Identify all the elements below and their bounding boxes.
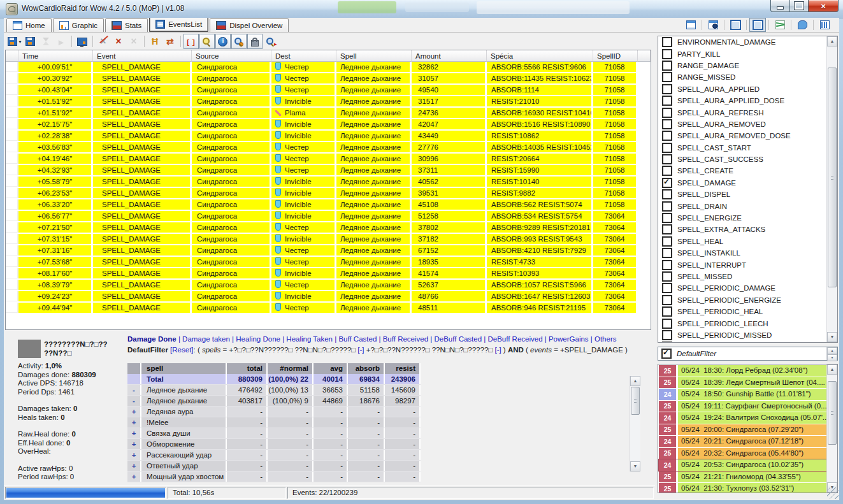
save-button[interactable]: ▼ [7, 34, 23, 49]
event-type-scrollbar[interactable]: ▲ ▼ [826, 36, 837, 342]
spinner-up-button[interactable]: ▲ [827, 347, 837, 354]
checkbox-icon[interactable] [662, 37, 672, 47]
spell-row[interactable]: +Рассекающий удар----- [127, 450, 421, 461]
info-button[interactable] [215, 34, 231, 49]
encounter-scrollbar[interactable]: ▲ ▼ [826, 364, 837, 493]
breakdown-link[interactable]: Buff Received [383, 335, 428, 343]
spell-column-header-expand[interactable] [127, 363, 141, 374]
table-row[interactable]: +01.51'92"SPELL_DAMAGEСиндрагосаPlamaЛед… [6, 108, 651, 119]
event-type-item[interactable]: SPELL_AURA_REMOVED_DOSE [658, 130, 837, 141]
event-type-item[interactable]: SPELL_EXTRA_ATTACKS [658, 224, 837, 235]
breakdown-link[interactable]: DeBuff Casted [434, 335, 482, 343]
breakdown-link[interactable]: PowerGains [549, 335, 589, 343]
table-row[interactable]: +07.53'68"SPELL_DAMAGEСиндрагосаЧестерЛе… [6, 257, 651, 268]
panel-view-button[interactable] [727, 18, 744, 32]
event-type-item[interactable]: SPELL_PERIODIC_DAMAGE [658, 282, 837, 294]
event-type-item[interactable]: SPELL_AURA_APPLIED_DOSE [658, 95, 837, 106]
spell-column-header-total[interactable]: total [227, 363, 268, 374]
resize-grip[interactable] [827, 487, 839, 499]
event-type-item[interactable]: SPELL_PERIODIC_MISSED [658, 329, 837, 341]
title-bar[interactable]: WowCardioRaid for Wow 4.2 / 5.0 (MoP) | … [0, 0, 843, 18]
checkbox-icon[interactable] [662, 119, 672, 129]
table-row[interactable]: +00.43'04"SPELL_DAMAGEСиндрагосаЧестерЛе… [6, 85, 651, 96]
comment-balloon-button[interactable] [794, 18, 811, 32]
column-header-Dest[interactable]: Dest [271, 50, 336, 62]
breakdown-link[interactable]: Healing Done [236, 335, 280, 343]
expand-toggle[interactable]: + [127, 450, 141, 460]
save-as-button[interactable] [23, 34, 38, 49]
spell-row[interactable]: +Ледяная аура----- [127, 407, 421, 417]
event-type-item[interactable]: SPELL_ENERGIZE [658, 212, 837, 224]
table-row[interactable]: +06.23'53"SPELL_DAMAGEСиндрагосаInvicibl… [6, 188, 651, 199]
breakdown-link[interactable]: Damage taken [182, 335, 230, 343]
column-header-Event[interactable]: Event [93, 50, 192, 62]
scroll-thumb[interactable] [828, 68, 837, 287]
spinner-down-button[interactable]: ▼ [827, 354, 837, 361]
tab-graphic[interactable]: Graphic [53, 18, 104, 32]
scroll-down-button[interactable]: ▼ [827, 332, 837, 342]
encounter-item[interactable]: 2505/24 21:30: Тухлопуз (03.52'31") [659, 483, 826, 493]
event-type-item[interactable]: SPELL_PERIODIC_LEECH [658, 317, 837, 329]
spell-row[interactable]: -Ледяное дыхание403817(100,0%) 944869186… [127, 396, 421, 407]
event-type-item[interactable]: ENVIRONMENTAL_DAMAGE [658, 36, 837, 48]
event-type-item[interactable]: SPELL_CAST_SUCCESS [658, 154, 837, 165]
table-row[interactable]: +06.33'20"SPELL_DAMAGEСиндрагосаInvicibl… [6, 199, 651, 211]
zoom-button[interactable] [199, 34, 215, 49]
event-type-item[interactable]: SPELL_PERIODIC_ENERGIZE [658, 294, 837, 306]
filter-checkbox[interactable] [661, 349, 672, 359]
scroll-thumb[interactable] [828, 381, 837, 445]
checkbox-icon[interactable] [662, 72, 672, 82]
checkbox-icon[interactable] [662, 236, 672, 247]
eventslist-panel-button[interactable] [749, 18, 766, 32]
table-row[interactable]: +01.51'92"SPELL_DAMAGEСиндрагосаInvicibl… [6, 96, 651, 108]
encounter-item[interactable]: 2405/24 20:53: Синдрагоса (10.02'35") [659, 459, 826, 471]
expand-toggle[interactable]: + [127, 461, 141, 471]
checkbox-icon[interactable] [662, 154, 672, 164]
column-header-SpellID[interactable]: SpellID [593, 50, 638, 62]
spell-column-header-resist[interactable]: resist [385, 363, 421, 374]
encounter-item[interactable]: 2505/24 18:30: Лорд Ребрад (02.34'08") [659, 365, 826, 377]
column-header-Time[interactable]: Time [18, 50, 93, 62]
event-type-item[interactable]: RANGE_DAMAGE [658, 60, 837, 71]
checkbox-icon[interactable] [662, 295, 672, 305]
graph-curves-button[interactable] [772, 18, 788, 32]
spell-row[interactable]: +!Melee----- [127, 417, 421, 428]
table-row[interactable]: +06.56'77"SPELL_DAMAGEСиндрагосаInvicibl… [6, 211, 651, 222]
event-type-item[interactable]: SPELL_DRAIN [658, 200, 837, 212]
maximize-button[interactable] [790, 0, 808, 12]
table-row[interactable]: +02.15'75"SPELL_DAMAGEСиндрагосаInvicibl… [6, 119, 651, 131]
checkbox-icon[interactable] [662, 201, 672, 212]
expand-toggle[interactable]: + [127, 407, 141, 417]
zoom-settings-button[interactable] [231, 34, 247, 49]
scroll-thumb[interactable] [631, 387, 640, 415]
checkbox-icon[interactable] [662, 213, 672, 223]
spell-column-header-avg[interactable]: avg [313, 363, 348, 374]
filter-link[interactable]: [-] [357, 346, 364, 354]
scroll-up-button[interactable]: ▲ [630, 376, 640, 386]
join-columns-button[interactable] [147, 34, 162, 49]
scroll-up-button[interactable]: ▲ [827, 364, 837, 375]
checkbox-icon[interactable] [662, 248, 672, 258]
event-type-item[interactable]: SPELL_AURA_APPLIED [658, 83, 837, 95]
checkbox-icon[interactable] [662, 166, 672, 176]
table-row[interactable]: +07.21'50"SPELL_DAMAGEСиндрагосаЧестерЛе… [6, 222, 651, 234]
table-row[interactable]: +05.58'79"SPELL_DAMAGEСиндрагосаInvicibl… [6, 176, 651, 188]
column-header-Source[interactable]: Source [192, 50, 271, 62]
summary-table-button[interactable] [682, 18, 699, 32]
expand-toggle[interactable]: + [127, 472, 141, 482]
table-row[interactable]: +02.28'38"SPELL_DAMAGEСиндрагосаInvicibl… [6, 131, 651, 142]
filter-link[interactable]: [-] [494, 346, 501, 354]
table-row[interactable]: +09.44'94"SPELL_DAMAGEСиндрагосаЧестерЛе… [6, 303, 651, 314]
tab-home[interactable]: Home [6, 18, 52, 32]
event-type-item[interactable]: SPELL_DAMAGE [658, 177, 837, 189]
table-row[interactable]: +00.09'51"SPELL_DAMAGEСиндрагосаЧестерЛе… [6, 62, 651, 73]
event-type-item[interactable]: SPELL_DISPEL [658, 189, 837, 200]
checkbox-icon[interactable] [662, 189, 672, 199]
scroll-up-button[interactable]: ▲ [827, 36, 837, 47]
event-type-item[interactable]: SPELL_AURA_REMOVED [658, 119, 837, 130]
breakdown-link[interactable]: Others [594, 335, 617, 343]
expand-toggle[interactable]: - [127, 396, 141, 406]
checkbox-icon[interactable] [662, 178, 672, 188]
spell-column-header-spell[interactable]: spell [141, 363, 227, 374]
lock-button[interactable] [247, 34, 263, 49]
